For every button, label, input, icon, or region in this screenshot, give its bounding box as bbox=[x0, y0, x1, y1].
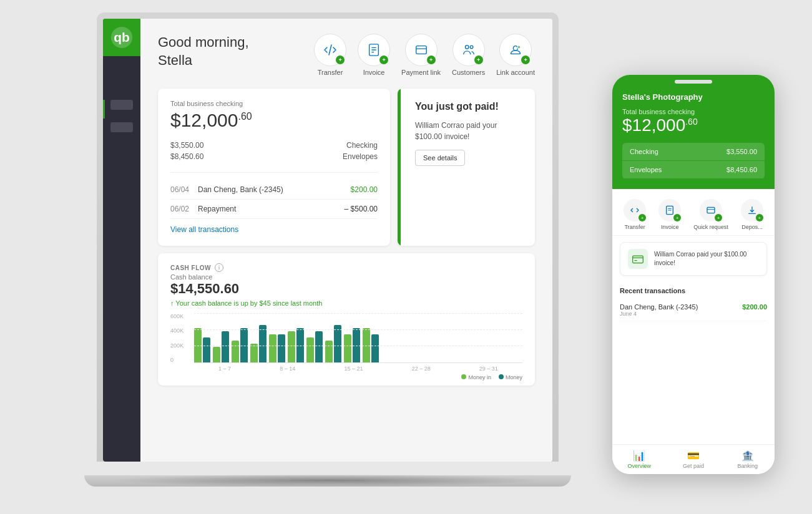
quick-action-payment-link[interactable]: + Payment link bbox=[401, 34, 441, 76]
sidebar: qb bbox=[103, 19, 140, 462]
tx-date-2: 06/02 bbox=[170, 205, 193, 213]
phone-request-plus: + bbox=[715, 214, 722, 221]
transfer-icon bbox=[323, 42, 338, 57]
envelopes-label: Envelopes bbox=[343, 152, 378, 161]
chart-legend: Money in Money bbox=[194, 374, 522, 381]
phone-tx-amount: $200.00 bbox=[742, 303, 767, 311]
balance-main: $12,000 bbox=[170, 110, 238, 130]
phone-notification: William Corrao paid your $100.00 invoice… bbox=[620, 242, 767, 276]
bar-green-5 bbox=[269, 334, 276, 362]
y-label-0: 0 bbox=[170, 357, 183, 363]
y-label-600k: 600K bbox=[170, 313, 183, 319]
phone-transfer-icon bbox=[630, 205, 640, 215]
phone-deposit-plus: + bbox=[756, 214, 763, 221]
sidebar-logo: qb bbox=[103, 19, 140, 56]
bar-green-2 bbox=[213, 347, 220, 362]
quick-action-link-account[interactable]: + Link account bbox=[496, 34, 535, 76]
cards-row: Total business checking $12,000.60 $3,55… bbox=[158, 89, 535, 246]
phone-action-transfer[interactable]: + Transfer bbox=[624, 199, 646, 230]
grid-line-1 bbox=[194, 313, 522, 314]
phone-recent-section: Recent transactions Dan Cheng, Bank (-23… bbox=[612, 282, 775, 324]
phone-tx-info: Dan Cheng, Bank (-2345) June 4 bbox=[620, 303, 698, 317]
envelopes-row: $8,450.60 Envelopes bbox=[170, 152, 378, 161]
cashflow-info-icon[interactable]: i bbox=[215, 263, 223, 272]
chart-y-labels: 600K 400K 200K 0 bbox=[170, 313, 183, 363]
overview-icon: 📊 bbox=[633, 450, 645, 462]
grid-line-3 bbox=[194, 346, 522, 346]
legend-money-out: Money bbox=[499, 374, 522, 381]
checking-row: $3,550.00 Checking bbox=[170, 141, 378, 150]
sidebar-nav-item-2[interactable] bbox=[110, 122, 133, 132]
customers-label: Customers bbox=[452, 69, 485, 76]
quick-action-transfer[interactable]: + Transfer bbox=[314, 34, 346, 76]
customers-icon bbox=[462, 43, 476, 57]
phone-deposit-icon-wrap: + bbox=[741, 199, 763, 221]
quick-action-customers[interactable]: + Customers bbox=[452, 34, 485, 76]
cashflow-balance: $14,550.60 bbox=[170, 281, 522, 297]
phone-action-invoice[interactable]: + Invoice bbox=[658, 199, 681, 230]
phone-invoice-icon-wrap: + bbox=[658, 199, 681, 221]
phone-checking-amount: $3,550.00 bbox=[726, 148, 757, 155]
view-all-transactions-link[interactable]: View all transactions bbox=[170, 225, 238, 234]
cashflow-header: CASH FLOW i bbox=[170, 263, 522, 272]
phone-footer-overview-label: Overview bbox=[628, 463, 652, 469]
phone-body: + Transfer + Invoice bbox=[612, 189, 775, 444]
qb-logo-icon: qb bbox=[110, 26, 134, 49]
quick-action-invoice[interactable]: + Invoice bbox=[358, 34, 390, 76]
phone-request-icon bbox=[706, 205, 716, 215]
phone-envelopes-amount: $8,450.60 bbox=[726, 166, 757, 173]
bar-teal-5 bbox=[278, 334, 285, 362]
bar-group-7 bbox=[306, 331, 323, 362]
laptop-screen-outer: qb Good morning, bbox=[97, 12, 559, 462]
transactions-list: 06/04 Dan Cheng, Bank (-2345) $200.00 06… bbox=[170, 172, 378, 219]
phone-action-deposit[interactable]: + Depos... bbox=[741, 199, 763, 230]
svg-rect-17 bbox=[633, 256, 643, 263]
bar-green-4 bbox=[250, 344, 258, 362]
phone-action-quick-request[interactable]: + Quick request bbox=[693, 199, 728, 230]
phone-footer-get-paid-label: Get paid bbox=[683, 463, 704, 469]
phone: Stella's Photography Total business chec… bbox=[612, 75, 775, 474]
tx-desc-2: Repayment bbox=[198, 205, 345, 213]
phone-footer-overview[interactable]: 📊 Overview bbox=[612, 445, 667, 474]
greeting-text: Good morning, bbox=[158, 34, 249, 50]
payment-link-icon-wrap: + bbox=[405, 34, 438, 66]
phone-envelopes-label: Envelopes bbox=[630, 166, 662, 173]
notification-green-bar bbox=[398, 89, 401, 246]
phone-request-label: Quick request bbox=[693, 224, 728, 230]
greeting-name: Stella bbox=[158, 52, 249, 70]
phone-recent-title: Recent transactions bbox=[620, 287, 767, 294]
bar-green-7 bbox=[306, 337, 314, 362]
svg-text:qb: qb bbox=[114, 30, 130, 44]
svg-rect-15 bbox=[707, 207, 715, 213]
phone-checking-row: Checking $3,550.00 bbox=[622, 143, 765, 160]
balance-decimal: .60 bbox=[238, 111, 252, 122]
phone-balance: $12,000.60 bbox=[622, 115, 765, 135]
notification-card: You just got paid! William Corrao paid y… bbox=[398, 89, 535, 246]
legend-money-in: Money in bbox=[461, 374, 491, 381]
sidebar-nav-item-1[interactable] bbox=[110, 100, 133, 110]
x-label-1: 1 – 7 bbox=[218, 366, 231, 372]
bar-group-2 bbox=[213, 331, 229, 362]
grid-line-2 bbox=[194, 329, 522, 330]
phone-request-icon-wrap: + bbox=[700, 199, 722, 221]
bar-green-9 bbox=[344, 334, 351, 362]
checking-label: Checking bbox=[346, 141, 378, 150]
see-details-button[interactable]: See details bbox=[415, 150, 465, 166]
balance-card: Total business checking $12,000.60 $3,55… bbox=[158, 89, 390, 246]
phone-payment-icon bbox=[632, 253, 644, 265]
get-paid-icon: 💳 bbox=[687, 450, 700, 462]
chart-x-labels: 1 – 7 8 – 14 15 – 21 22 – 28 29 – 31 bbox=[194, 366, 522, 372]
phone-footer-banking[interactable]: 🏦 Banking bbox=[720, 445, 775, 474]
bar-group-5 bbox=[269, 334, 285, 362]
table-row: 06/04 Dan Cheng, Bank (-2345) $200.00 bbox=[170, 180, 378, 200]
phone-footer-get-paid[interactable]: 💳 Get paid bbox=[667, 445, 721, 474]
phone-actions-row: + Transfer + Invoice bbox=[612, 189, 775, 236]
invoice-label: Invoice bbox=[363, 69, 385, 76]
bar-group-8 bbox=[325, 325, 341, 362]
sidebar-active-indicator bbox=[103, 100, 105, 119]
phone-invoice-icon bbox=[665, 205, 675, 215]
scene: qb Good morning, bbox=[0, 0, 812, 514]
main-inner: Good morning, Stella bbox=[140, 19, 552, 462]
phone-balance-decimal: .60 bbox=[685, 117, 697, 127]
phone-screen: Stella's Photography Total business chec… bbox=[612, 75, 775, 474]
